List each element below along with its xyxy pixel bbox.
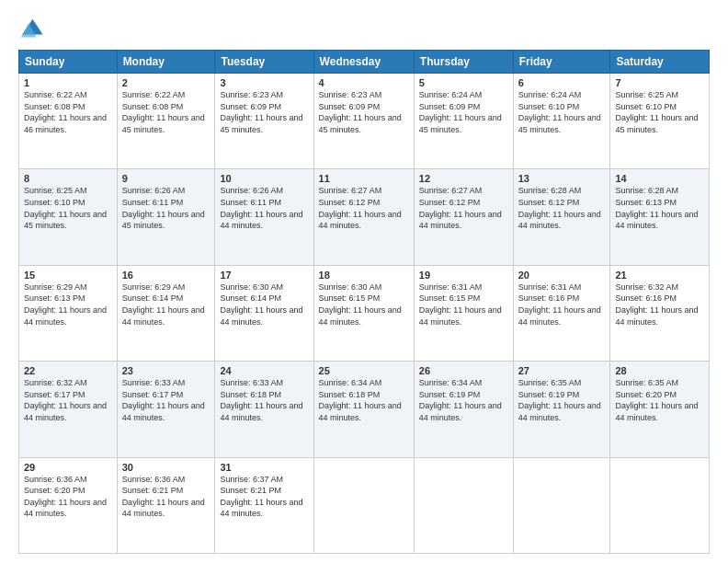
day-number: 6 bbox=[518, 77, 606, 88]
day-number: 14 bbox=[615, 173, 704, 184]
calendar-cell: 6Sunrise: 6:24 AMSunset: 6:10 PMDaylight… bbox=[513, 74, 610, 169]
day-info: Sunrise: 6:37 AMSunset: 6:21 PMDaylight:… bbox=[220, 474, 308, 520]
day-info: Sunrise: 6:28 AMSunset: 6:12 PMDaylight:… bbox=[518, 185, 606, 231]
weekday-header-row: SundayMondayTuesdayWednesdayThursdayFrid… bbox=[19, 51, 710, 74]
calendar-cell: 22Sunrise: 6:32 AMSunset: 6:17 PMDayligh… bbox=[19, 362, 118, 457]
weekday-header: Tuesday bbox=[215, 51, 313, 74]
page: SundayMondayTuesdayWednesdayThursdayFrid… bbox=[0, 0, 728, 563]
day-number: 25 bbox=[319, 365, 409, 376]
day-number: 15 bbox=[24, 270, 112, 281]
day-info: Sunrise: 6:35 AMSunset: 6:19 PMDaylight:… bbox=[518, 377, 606, 423]
day-number: 7 bbox=[615, 77, 704, 88]
day-number: 12 bbox=[419, 173, 508, 184]
day-number: 18 bbox=[319, 270, 409, 281]
day-info: Sunrise: 6:26 AMSunset: 6:11 PMDaylight:… bbox=[122, 185, 210, 231]
day-number: 24 bbox=[220, 365, 308, 376]
day-number: 31 bbox=[220, 462, 308, 473]
weekday-header: Wednesday bbox=[313, 51, 414, 74]
day-number: 4 bbox=[319, 77, 409, 88]
calendar-cell: 1Sunrise: 6:22 AMSunset: 6:08 PMDaylight… bbox=[19, 74, 118, 169]
calendar-cell: 10Sunrise: 6:26 AMSunset: 6:11 PMDayligh… bbox=[215, 169, 313, 265]
day-info: Sunrise: 6:33 AMSunset: 6:17 PMDaylight:… bbox=[122, 377, 210, 423]
calendar-cell bbox=[313, 457, 414, 553]
day-info: Sunrise: 6:24 AMSunset: 6:10 PMDaylight:… bbox=[518, 89, 606, 135]
calendar-cell: 14Sunrise: 6:28 AMSunset: 6:13 PMDayligh… bbox=[610, 169, 710, 265]
day-number: 29 bbox=[24, 462, 112, 473]
calendar-cell: 13Sunrise: 6:28 AMSunset: 6:12 PMDayligh… bbox=[513, 169, 610, 265]
day-info: Sunrise: 6:27 AMSunset: 6:12 PMDaylight:… bbox=[319, 185, 409, 231]
day-info: Sunrise: 6:23 AMSunset: 6:09 PMDaylight:… bbox=[319, 89, 409, 135]
calendar-cell: 16Sunrise: 6:29 AMSunset: 6:14 PMDayligh… bbox=[117, 265, 215, 361]
weekday-header: Friday bbox=[513, 51, 610, 74]
calendar-cell: 21Sunrise: 6:32 AMSunset: 6:16 PMDayligh… bbox=[610, 265, 710, 361]
calendar-cell: 2Sunrise: 6:22 AMSunset: 6:08 PMDaylight… bbox=[117, 74, 215, 169]
day-info: Sunrise: 6:24 AMSunset: 6:09 PMDaylight:… bbox=[419, 89, 508, 135]
day-info: Sunrise: 6:35 AMSunset: 6:20 PMDaylight:… bbox=[615, 377, 704, 423]
day-number: 17 bbox=[220, 270, 308, 281]
day-number: 5 bbox=[419, 77, 508, 88]
calendar-cell: 30Sunrise: 6:36 AMSunset: 6:21 PMDayligh… bbox=[117, 457, 215, 553]
day-info: Sunrise: 6:36 AMSunset: 6:20 PMDaylight:… bbox=[24, 474, 112, 520]
day-info: Sunrise: 6:34 AMSunset: 6:18 PMDaylight:… bbox=[319, 377, 409, 423]
day-number: 23 bbox=[122, 365, 210, 376]
weekday-header: Saturday bbox=[610, 51, 710, 74]
header bbox=[18, 17, 710, 42]
day-number: 30 bbox=[122, 462, 210, 473]
calendar-cell: 19Sunrise: 6:31 AMSunset: 6:15 PMDayligh… bbox=[414, 265, 513, 361]
calendar-cell: 23Sunrise: 6:33 AMSunset: 6:17 PMDayligh… bbox=[117, 362, 215, 457]
calendar-cell: 5Sunrise: 6:24 AMSunset: 6:09 PMDaylight… bbox=[414, 74, 513, 169]
calendar-cell bbox=[513, 457, 610, 553]
day-info: Sunrise: 6:28 AMSunset: 6:13 PMDaylight:… bbox=[615, 185, 704, 231]
day-number: 19 bbox=[419, 270, 508, 281]
calendar-cell: 29Sunrise: 6:36 AMSunset: 6:20 PMDayligh… bbox=[19, 457, 118, 553]
logo-icon bbox=[18, 17, 44, 42]
day-info: Sunrise: 6:27 AMSunset: 6:12 PMDaylight:… bbox=[419, 185, 508, 231]
day-info: Sunrise: 6:30 AMSunset: 6:15 PMDaylight:… bbox=[319, 282, 409, 327]
weekday-header: Thursday bbox=[414, 51, 513, 74]
day-number: 8 bbox=[24, 173, 112, 184]
calendar-cell: 3Sunrise: 6:23 AMSunset: 6:09 PMDaylight… bbox=[215, 74, 313, 169]
calendar-cell: 20Sunrise: 6:31 AMSunset: 6:16 PMDayligh… bbox=[513, 265, 610, 361]
calendar-week-row: 22Sunrise: 6:32 AMSunset: 6:17 PMDayligh… bbox=[19, 362, 710, 457]
calendar-cell: 9Sunrise: 6:26 AMSunset: 6:11 PMDaylight… bbox=[117, 169, 215, 265]
day-info: Sunrise: 6:32 AMSunset: 6:16 PMDaylight:… bbox=[615, 282, 704, 327]
calendar-cell: 11Sunrise: 6:27 AMSunset: 6:12 PMDayligh… bbox=[313, 169, 414, 265]
calendar-cell: 17Sunrise: 6:30 AMSunset: 6:14 PMDayligh… bbox=[215, 265, 313, 361]
day-number: 21 bbox=[615, 270, 704, 281]
calendar-cell: 26Sunrise: 6:34 AMSunset: 6:19 PMDayligh… bbox=[414, 362, 513, 457]
calendar-cell: 12Sunrise: 6:27 AMSunset: 6:12 PMDayligh… bbox=[414, 169, 513, 265]
day-number: 20 bbox=[518, 270, 606, 281]
calendar-cell: 4Sunrise: 6:23 AMSunset: 6:09 PMDaylight… bbox=[313, 74, 414, 169]
day-number: 27 bbox=[518, 365, 606, 376]
day-number: 13 bbox=[518, 173, 606, 184]
calendar-cell: 24Sunrise: 6:33 AMSunset: 6:18 PMDayligh… bbox=[215, 362, 313, 457]
calendar-cell: 25Sunrise: 6:34 AMSunset: 6:18 PMDayligh… bbox=[313, 362, 414, 457]
day-info: Sunrise: 6:23 AMSunset: 6:09 PMDaylight:… bbox=[220, 89, 308, 135]
calendar-cell: 31Sunrise: 6:37 AMSunset: 6:21 PMDayligh… bbox=[215, 457, 313, 553]
day-info: Sunrise: 6:34 AMSunset: 6:19 PMDaylight:… bbox=[419, 377, 508, 423]
day-info: Sunrise: 6:32 AMSunset: 6:17 PMDaylight:… bbox=[24, 377, 112, 423]
day-info: Sunrise: 6:22 AMSunset: 6:08 PMDaylight:… bbox=[24, 89, 112, 135]
calendar-table: SundayMondayTuesdayWednesdayThursdayFrid… bbox=[18, 50, 710, 554]
day-number: 9 bbox=[122, 173, 210, 184]
day-info: Sunrise: 6:25 AMSunset: 6:10 PMDaylight:… bbox=[24, 185, 112, 231]
day-info: Sunrise: 6:36 AMSunset: 6:21 PMDaylight:… bbox=[122, 474, 210, 520]
day-info: Sunrise: 6:33 AMSunset: 6:18 PMDaylight:… bbox=[220, 377, 308, 423]
weekday-header: Sunday bbox=[19, 51, 118, 74]
day-info: Sunrise: 6:31 AMSunset: 6:16 PMDaylight:… bbox=[518, 282, 606, 327]
calendar-cell: 18Sunrise: 6:30 AMSunset: 6:15 PMDayligh… bbox=[313, 265, 414, 361]
calendar-week-row: 15Sunrise: 6:29 AMSunset: 6:13 PMDayligh… bbox=[19, 265, 710, 361]
calendar-cell: 28Sunrise: 6:35 AMSunset: 6:20 PMDayligh… bbox=[610, 362, 710, 457]
day-number: 1 bbox=[24, 77, 112, 88]
day-info: Sunrise: 6:22 AMSunset: 6:08 PMDaylight:… bbox=[122, 89, 210, 135]
calendar-week-row: 8Sunrise: 6:25 AMSunset: 6:10 PMDaylight… bbox=[19, 169, 710, 265]
calendar-cell: 7Sunrise: 6:25 AMSunset: 6:10 PMDaylight… bbox=[610, 74, 710, 169]
day-number: 26 bbox=[419, 365, 508, 376]
calendar-cell: 8Sunrise: 6:25 AMSunset: 6:10 PMDaylight… bbox=[19, 169, 118, 265]
day-number: 16 bbox=[122, 270, 210, 281]
day-info: Sunrise: 6:29 AMSunset: 6:14 PMDaylight:… bbox=[122, 282, 210, 327]
calendar-week-row: 29Sunrise: 6:36 AMSunset: 6:20 PMDayligh… bbox=[19, 457, 710, 553]
calendar-cell: 27Sunrise: 6:35 AMSunset: 6:19 PMDayligh… bbox=[513, 362, 610, 457]
calendar-week-row: 1Sunrise: 6:22 AMSunset: 6:08 PMDaylight… bbox=[19, 74, 710, 169]
calendar-cell: 15Sunrise: 6:29 AMSunset: 6:13 PMDayligh… bbox=[19, 265, 118, 361]
